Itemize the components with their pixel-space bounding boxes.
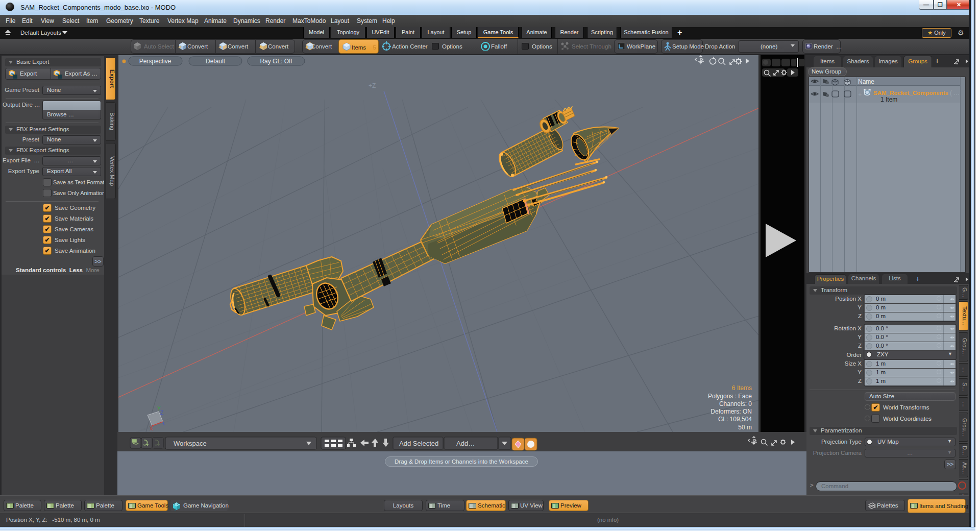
svg-text:1 Item: 1 Item [880, 96, 897, 103]
svg-text:Deformers: ON: Deformers: ON [710, 408, 752, 415]
svg-text:…: … [953, 89, 960, 96]
svg-text:Add…: Add… [456, 440, 475, 447]
svg-text:Default: Default [206, 58, 226, 65]
svg-text:GL: 109,504: GL: 109,504 [718, 416, 752, 423]
svg-text:Channels: 0: Channels: 0 [719, 400, 752, 407]
svg-text:+Z: +Z [369, 82, 376, 89]
svg-text:Z: Z [160, 410, 163, 416]
svg-text:Polygons : Face: Polygons : Face [708, 393, 752, 400]
svg-text:Ray GL: Off: Ray GL: Off [260, 58, 292, 65]
svg-text:6 Items: 6 Items [732, 384, 752, 392]
svg-text:Perspective: Perspective [139, 58, 172, 65]
svg-text:Add Selected: Add Selected [399, 440, 438, 447]
svg-text:+: + [858, 90, 862, 98]
svg-text:(: ( [950, 89, 952, 96]
svg-text:SAM_Rocket_Components: SAM_Rocket_Components [873, 90, 948, 96]
svg-text:Name: Name [858, 78, 874, 85]
svg-text:X: X [150, 426, 153, 431]
svg-text:Workspace: Workspace [174, 440, 207, 447]
svg-text:50 m: 50 m [738, 424, 752, 431]
